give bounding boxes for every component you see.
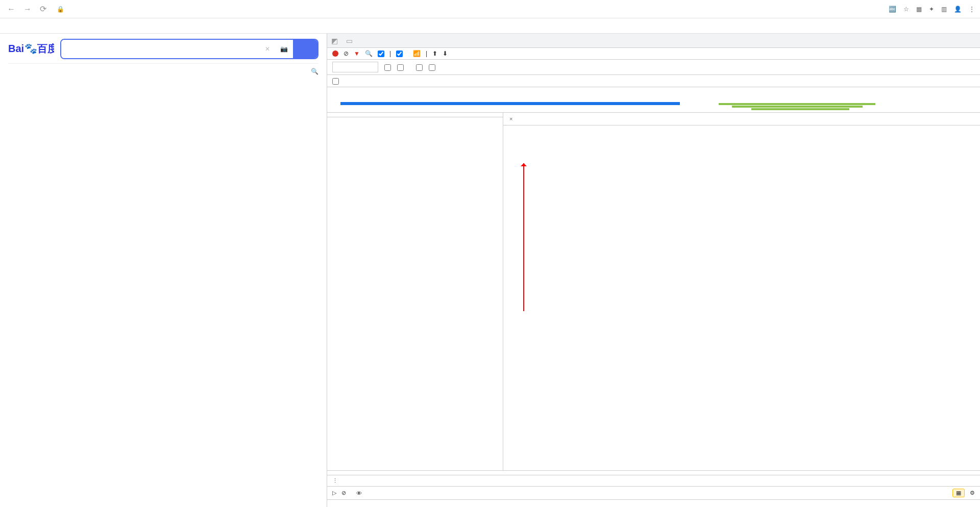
page-content: Bai🐾百度 ✕ 📷 🔍 (0, 34, 327, 507)
apps-icon[interactable]: ▦ (916, 6, 922, 13)
hide-data-urls-checkbox[interactable] (397, 64, 404, 71)
menu-icon[interactable]: ⋮ (969, 6, 975, 13)
network-status-bar (327, 470, 980, 475)
blocked-requests-checkbox[interactable] (429, 64, 435, 71)
download-icon[interactable]: ⬇ (443, 50, 448, 57)
console-clear-icon[interactable]: ▷ (332, 490, 336, 496)
search-box: ✕ 📷 (60, 39, 318, 59)
invert-checkbox[interactable] (384, 64, 391, 71)
request-list (327, 113, 503, 470)
upload-icon[interactable]: ⬆ (432, 50, 437, 57)
disable-cache-checkbox[interactable] (396, 50, 403, 57)
record-button[interactable] (332, 50, 338, 57)
devtools: ◩ ▭ ⊘ ▼ 🔍 | 📶 | ⬆ ⬇ (327, 34, 980, 507)
search-input[interactable] (61, 40, 260, 58)
lock-icon: 🔒 (57, 6, 64, 13)
issue-badge[interactable]: ▦ (952, 489, 965, 497)
request-detail: × (503, 113, 980, 470)
name-column-header[interactable] (327, 113, 503, 117)
gear-icon[interactable]: ⚙ (970, 490, 975, 496)
eye-icon[interactable]: 👁 (356, 490, 362, 496)
reading-list-icon[interactable]: ▥ (941, 6, 947, 13)
inspect-icon[interactable]: ◩ (327, 37, 342, 45)
extensions-icon[interactable]: ✦ (929, 6, 934, 13)
clear-button[interactable]: ⊘ (344, 50, 349, 57)
forward-button[interactable]: → (21, 5, 34, 14)
console-output (327, 500, 980, 507)
search-tools[interactable]: 🔍 (311, 68, 318, 75)
reload-button[interactable]: ⟳ (38, 4, 48, 14)
clear-icon[interactable]: ✕ (260, 45, 275, 53)
console-filter-input[interactable] (367, 489, 942, 497)
network-controls: ⊘ ▼ 🔍 | 📶 | ⬆ ⬇ (327, 48, 980, 60)
console-stop-icon[interactable]: ⊘ (341, 490, 346, 496)
filter-toggle[interactable]: ▼ (354, 50, 360, 57)
filter-input[interactable] (332, 62, 378, 72)
svg-text:Bai🐾百度: Bai🐾百度 (8, 42, 54, 55)
browser-toolbar: ← → ⟳ 🔒 🔤 ☆ ▦ ✦ ▥ 👤 ⋮ (0, 0, 980, 18)
bookmarks-bar (0, 18, 980, 34)
blocked-cookies-checkbox[interactable] (416, 64, 423, 71)
profile-icon[interactable]: 👤 (954, 6, 962, 13)
console-drawer: ⋮ ▷ ⊘ 👁 ▦ ⚙ (327, 475, 980, 507)
star-icon[interactable]: ☆ (903, 6, 909, 13)
third-party-checkbox[interactable] (332, 77, 339, 84)
translate-icon[interactable]: 🔤 (889, 6, 896, 13)
search-button[interactable] (293, 40, 317, 58)
devtools-tabs: ◩ ▭ (327, 34, 980, 48)
timeline[interactable] (327, 87, 980, 113)
close-detail-button[interactable]: × (503, 113, 519, 125)
device-icon[interactable]: ▭ (342, 37, 357, 45)
camera-icon[interactable]: 📷 (275, 45, 293, 53)
wifi-icon[interactable]: 📶 (413, 50, 421, 57)
baidu-logo[interactable]: Bai🐾百度 (8, 41, 54, 58)
search-icon[interactable]: 🔍 (365, 50, 373, 57)
back-button[interactable]: ← (5, 5, 17, 14)
preserve-log-checkbox[interactable] (378, 50, 384, 57)
